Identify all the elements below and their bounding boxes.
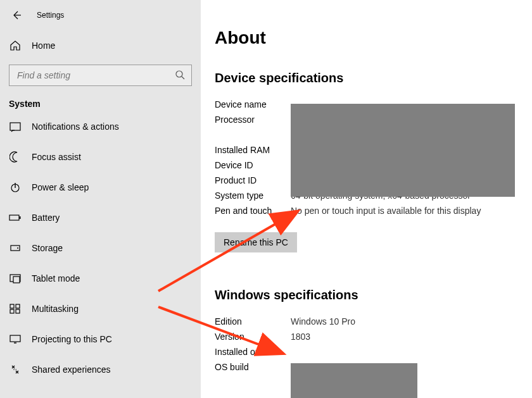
- device-spec-title: Device specifications: [215, 71, 518, 85]
- spec-label: Device ID: [215, 158, 291, 173]
- windows-spec-title: Windows specifications: [215, 288, 518, 302]
- spec-label: Product ID: [215, 173, 291, 188]
- sidebar-section-label: System: [0, 95, 201, 111]
- back-button[interactable]: [9, 8, 24, 23]
- search-input[interactable]: [16, 70, 185, 81]
- svg-rect-11: [10, 309, 14, 313]
- redacted-block: [291, 104, 515, 197]
- focus-assist-icon: [9, 151, 22, 163]
- sidebar-item-label: Projecting to this PC: [32, 334, 112, 344]
- spec-value: 1803: [291, 329, 518, 344]
- home-icon: [9, 40, 22, 51]
- sidebar-item-battery[interactable]: Battery: [0, 202, 201, 233]
- spec-label: Processor: [215, 112, 291, 127]
- sidebar-item-notifications[interactable]: Notifications & actions: [0, 111, 201, 142]
- multitasking-icon: [9, 303, 22, 314]
- sidebar-item-home[interactable]: Home: [0, 30, 201, 61]
- spec-label: Edition: [215, 314, 291, 329]
- spec-row: Installed on: [215, 344, 518, 359]
- sidebar-item-projecting[interactable]: Projecting to this PC: [0, 324, 201, 354]
- page-title: About: [215, 28, 518, 48]
- search-box[interactable]: [9, 65, 192, 86]
- spec-label: System type: [215, 188, 291, 203]
- spec-row: Version 1803: [215, 329, 518, 344]
- back-arrow-icon: [11, 10, 22, 20]
- redacted-block: [291, 363, 417, 398]
- storage-icon: [9, 242, 22, 254]
- sidebar: Settings Home System Notifications & act…: [0, 0, 201, 398]
- spec-value: No pen or touch input is available for t…: [291, 203, 518, 218]
- main-content: About Device specifications Device name …: [201, 0, 532, 398]
- sidebar-item-label: Shared experiences: [32, 364, 111, 375]
- svg-rect-8: [13, 277, 20, 283]
- battery-icon: [9, 212, 22, 223]
- sidebar-item-label: Power & sleep: [32, 182, 89, 192]
- tablet-mode-icon: [9, 273, 22, 284]
- sidebar-item-shared-experiences[interactable]: Shared experiences: [0, 354, 201, 385]
- svg-rect-10: [16, 304, 20, 308]
- svg-rect-1: [10, 123, 20, 130]
- svg-point-6: [17, 247, 18, 249]
- windows-spec-section: Windows specifications Edition Windows 1…: [215, 288, 518, 375]
- sidebar-item-tablet-mode[interactable]: Tablet mode: [0, 263, 201, 294]
- search-icon: [175, 70, 185, 82]
- spec-row: Edition Windows 10 Pro: [215, 314, 518, 329]
- svg-rect-13: [10, 335, 20, 342]
- projecting-icon: [9, 333, 22, 345]
- spec-value: Windows 10 Pro: [291, 314, 518, 329]
- header-row: Settings: [0, 0, 201, 30]
- sidebar-item-label: Multitasking: [32, 304, 79, 314]
- sidebar-item-label: Home: [32, 40, 55, 51]
- svg-rect-9: [10, 304, 14, 308]
- sidebar-item-label: Focus assist: [32, 152, 81, 162]
- sidebar-item-label: Battery: [32, 213, 60, 223]
- sidebar-item-focus-assist[interactable]: Focus assist: [0, 142, 201, 172]
- svg-rect-3: [10, 215, 19, 220]
- settings-title: Settings: [37, 11, 64, 20]
- svg-rect-4: [20, 216, 21, 219]
- sidebar-item-storage[interactable]: Storage: [0, 233, 201, 263]
- spec-label: Installed RAM: [215, 142, 291, 158]
- spec-label: Pen and touch: [215, 203, 291, 218]
- sidebar-item-label: Notifications & actions: [32, 121, 119, 132]
- shared-experiences-icon: [9, 364, 22, 375]
- spec-label: OS build: [215, 359, 291, 375]
- spec-label: Version: [215, 329, 291, 344]
- sidebar-item-multitasking[interactable]: Multitasking: [0, 294, 201, 324]
- spec-label: Installed on: [215, 344, 291, 359]
- notifications-icon: [9, 121, 22, 132]
- svg-point-0: [176, 71, 182, 77]
- sidebar-item-label: Tablet mode: [32, 273, 80, 283]
- spec-value-redacted: [291, 344, 518, 359]
- sidebar-item-power-sleep[interactable]: Power & sleep: [0, 172, 201, 202]
- spec-label: Device name: [215, 97, 291, 112]
- svg-rect-12: [16, 309, 20, 313]
- rename-pc-button[interactable]: Rename this PC: [215, 232, 297, 252]
- power-icon: [9, 182, 22, 193]
- sidebar-item-label: Storage: [32, 243, 63, 253]
- spec-row: Pen and touch No pen or touch input is a…: [215, 203, 518, 218]
